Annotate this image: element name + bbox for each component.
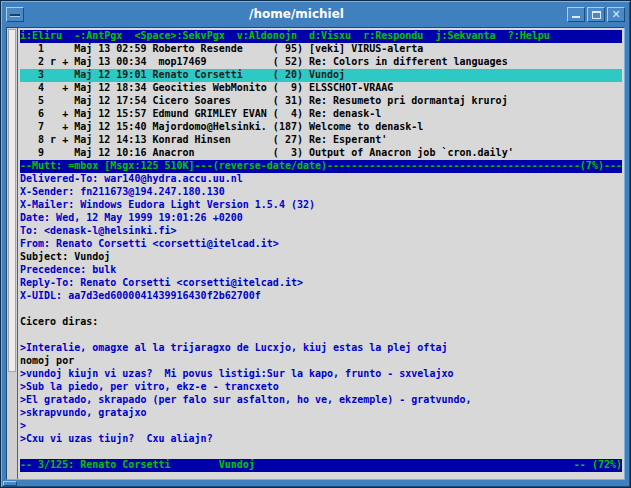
window-menu-button[interactable]: [6, 7, 24, 22]
window-title: /home/michiel: [28, 7, 565, 21]
close-icon: ✕: [611, 8, 620, 21]
pager-percent: -- (72%): [574, 459, 622, 472]
mutt-index-statusbar: --Mutt: =mbox [Msgx:125 510K]---(reverse…: [20, 160, 622, 173]
mail-body-quoted-line: >Cxu vi uzas tiujn? Cxu aliajn?: [20, 433, 622, 446]
resize-grip[interactable]: [3, 481, 17, 486]
mail-list-row[interactable]: 6 + Maj 12 15:57 Edmund GRIMLEY EVAN ( 4…: [20, 108, 622, 121]
window-menu-icon: [10, 14, 20, 16]
mail-header-line: Date: Wed, 12 May 1999 19:01:26 +0200: [20, 212, 622, 225]
mail-header-line: To: <denask-l@helsinki.fi>: [20, 225, 622, 238]
mail-list-row[interactable]: 5 Maj 12 17:54 Cicero Soares ( 31) Re: R…: [20, 95, 622, 108]
mail-header-line: X-UIDL: aa7d3ed6000041439916430f2b62700f: [20, 290, 622, 303]
mail-body-quoted-line: >: [20, 420, 622, 433]
mail-list-row[interactable]: 2 r + Maj 13 00:34 mop17469 ( 52) Re: Co…: [20, 56, 622, 69]
mutt-terminal: i:Eliru -:AntPgx <Space>:SekvPgx v:Aldon…: [18, 28, 624, 479]
mail-body-quoted-line: >skrapvundo, gratajxo: [20, 407, 622, 420]
mail-header-line: X-Mailer: Windows Eudora Light Version 1…: [20, 199, 622, 212]
maximize-icon: [592, 11, 601, 19]
scroll-percent: (7%)---: [580, 160, 622, 173]
mail-list-row[interactable]: 1 Maj 13 02:59 Roberto Resende ( 95) [ve…: [20, 43, 622, 56]
minimize-icon: [572, 16, 580, 18]
blank-line: [20, 446, 622, 459]
minimize-button[interactable]: [567, 7, 585, 22]
mail-list-row[interactable]: 7 + Maj 12 15:40 Majordomo@Helsinki. (18…: [20, 121, 622, 134]
close-button[interactable]: ✕: [607, 7, 625, 22]
window-controls: ✕: [565, 7, 625, 22]
mail-list-row[interactable]: 4 + Maj 12 18:34 Geocities WebMonito ( 9…: [20, 82, 622, 95]
window-titlebar: /home/michiel ✕: [6, 5, 625, 23]
mutt-key-menubar: i:Eliru -:AntPgx <Space>:SekvPgx v:Aldon…: [20, 30, 622, 43]
mail-header-line: Delivered-To: war140@hydra.accu.uu.nl: [20, 173, 622, 186]
scrollbar-thumb[interactable]: [8, 29, 16, 372]
mutt-pager-statusbar: -- 3/125: Renato Corsetti Vundoj -- (72%…: [20, 459, 622, 472]
mail-body-quoted-line: >El gratado, skrapado (per falo sur asfa…: [20, 394, 622, 407]
mail-body-quoted-line: >Interalie, omagxe al la trijaragxo de L…: [20, 342, 622, 355]
mail-body-line: nomoj por: [20, 355, 622, 368]
mail-header-subject: Subject: Vundoj: [20, 251, 622, 264]
mail-list-row[interactable]: 9 Maj 12 10:16 Anacron ( 3) Output of An…: [20, 147, 622, 160]
statusbar-spacer: [255, 459, 574, 472]
mail-header-line: Precedence: bulk: [20, 264, 622, 277]
xterm-window: /home/michiel ✕ i:Eliru -:AntPgx <Space>…: [0, 0, 631, 488]
blank-line: [20, 329, 622, 342]
maximize-button[interactable]: [587, 7, 605, 22]
terminal-frame: i:Eliru -:AntPgx <Space>:SekvPgx v:Aldon…: [6, 27, 625, 480]
mail-list-row-selected[interactable]: 3 Maj 12 19:01 Renato Corsetti ( 20) Vun…: [20, 69, 622, 82]
mutt-key-hints: i:Eliru -:AntPgx <Space>:SekvPgx v:Aldon…: [20, 30, 550, 43]
mail-list-row[interactable]: 8 r + Maj 12 14:13 Konrad Hinsen ( 27) R…: [20, 134, 622, 147]
pager-message-info: -- 3/125: Renato Corsetti Vundoj: [20, 459, 255, 472]
mail-header-line: Reply-To: Renato Corsetti <corsetti@itel…: [20, 277, 622, 290]
blank-line: [20, 303, 622, 316]
mailbox-status: --Mutt: =mbox [Msgx:125 510K]---(reverse…: [20, 160, 327, 173]
statusbar-fill: ----------------------------------------…: [327, 160, 580, 173]
terminal-scrollbar[interactable]: [7, 28, 18, 479]
mail-body-line: Cicero diras:: [20, 316, 622, 329]
mail-body-quoted-line: >Sub la piedo, per vitro, ekz-e - trancx…: [20, 381, 622, 394]
mail-header-line: From: Renato Corsetti <corsetti@itelcad.…: [20, 238, 622, 251]
mail-header-line: X-Sender: fn211673@194.247.180.130: [20, 186, 622, 199]
mail-body-quoted-line: >vundoj kiujn vi uzas? Mi povus listigi:…: [20, 368, 622, 381]
